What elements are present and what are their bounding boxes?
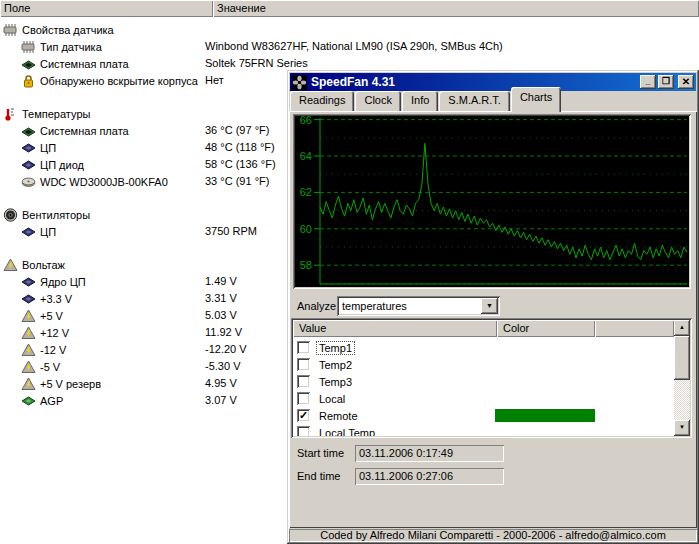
scroll-up-icon[interactable]: ▲ [674, 320, 690, 336]
column-header-field[interactable]: Поле [0, 0, 213, 17]
sensor-value: 5.03 V [205, 309, 237, 321]
list-item-label[interactable]: Temp1 [317, 342, 354, 354]
value-list-rows: Temp1Temp2Temp3Local✓RemoteLocal Temp [293, 337, 674, 436]
sensor-value: Winbond W83627HF, National LM90 (ISA 290… [205, 40, 503, 52]
list-item[interactable]: Local Temp [293, 424, 674, 436]
tab-bar: ReadingsClockInfoS.M.A.R.T.Charts [290, 91, 696, 112]
voltage-icon [21, 343, 37, 357]
checkbox[interactable] [297, 426, 310, 436]
cpu-icon [21, 158, 37, 172]
checkbox[interactable] [297, 341, 310, 354]
analyze-selected-value: temperatures [342, 300, 407, 312]
sensor-field-label: +3.3 V [40, 293, 72, 305]
cpu-icon [21, 292, 37, 306]
voltage-icon [21, 309, 37, 323]
sensor-value: 58 °C (136 °F) [205, 158, 276, 170]
value-list: Value Color Temp1Temp2Temp3Local✓RemoteL… [291, 318, 692, 438]
sensor-value: -12.20 V [205, 343, 247, 355]
svg-text:58: 58 [300, 259, 312, 271]
sensor-field-label: Тип датчика [40, 41, 102, 53]
checkbox[interactable]: ✓ [297, 409, 310, 422]
svg-text:66: 66 [300, 116, 312, 126]
motherboard-icon [21, 124, 37, 138]
sensor-panel-header: Поле Значение [0, 0, 699, 17]
sensor-value: Нет [205, 74, 224, 86]
sensor-field-label: WDC WD3000JB-00KFA0 [40, 176, 168, 188]
scroll-down-icon[interactable]: ▼ [674, 420, 690, 436]
start-time-label: Start time [297, 447, 344, 459]
sensor-value: 1.49 V [205, 275, 237, 287]
sensor-value: Soltek 75FRN Series [205, 57, 308, 69]
temperature-chart-frame: 5860626466 [293, 114, 691, 289]
sensor-field-label: +12 V [40, 327, 69, 339]
sensor-field-label: -5 V [40, 361, 60, 373]
checkbox[interactable] [297, 375, 310, 388]
analyze-label: Analyze [297, 300, 336, 312]
checkbox[interactable] [297, 358, 310, 371]
column-header-value[interactable]: Значение [213, 0, 699, 17]
chip-icon [21, 40, 37, 54]
sensor-field-label: Системная плата [40, 125, 129, 137]
column-header-color[interactable]: Color [497, 320, 595, 337]
sensor-field-label: ЦП диод [40, 159, 84, 171]
list-item[interactable]: Local [293, 390, 674, 407]
sensor-field-label: Вентиляторы [22, 209, 90, 221]
close-button[interactable]: ✕ [678, 75, 694, 89]
agp-icon [21, 394, 37, 408]
list-item-label[interactable]: Temp3 [317, 376, 354, 388]
list-item[interactable]: ✓Remote [293, 407, 674, 424]
list-item[interactable]: Temp1 [293, 339, 674, 356]
svg-text:64: 64 [300, 150, 312, 162]
list-item-label[interactable]: Local Temp [317, 427, 377, 437]
voltage-icon [21, 360, 37, 374]
sensor-field-label: Температуры [22, 108, 90, 120]
tab-info[interactable]: Info [402, 91, 438, 112]
voltage-icon [3, 258, 19, 272]
sensor-field-label: -12 V [40, 344, 66, 356]
list-item[interactable]: Temp2 [293, 356, 674, 373]
end-time-label: End time [297, 470, 340, 482]
list-item-label[interactable]: Remote [317, 410, 360, 422]
series-color-swatch[interactable] [495, 409, 595, 422]
tab-charts[interactable]: Charts [511, 87, 561, 112]
minimize-button[interactable]: _ [640, 75, 656, 89]
column-header-empty[interactable] [595, 320, 674, 337]
chevron-down-icon[interactable]: ▼ [481, 298, 498, 314]
start-time-field: 03.11.2006 0:17:49 [355, 445, 504, 462]
tab-clock[interactable]: Clock [355, 91, 401, 112]
sensor-row[interactable]: Свойства датчика [0, 21, 699, 38]
thermometer-icon [3, 107, 19, 121]
sensor-field-label: Обнаружено вскрытие корпуса [40, 75, 198, 87]
sensor-value: 33 °C (91 °F) [205, 175, 269, 187]
column-header-value-name[interactable]: Value [293, 320, 497, 337]
sensor-value: -5.30 V [205, 360, 240, 372]
sensor-field-label: Свойства датчика [22, 24, 114, 36]
temperature-chart: 5860626466 [295, 116, 689, 287]
analyze-dropdown[interactable]: temperatures ▼ [337, 296, 500, 316]
value-list-header: Value Color [293, 320, 674, 337]
list-item-label[interactable]: Temp2 [317, 359, 354, 371]
svg-text:60: 60 [300, 223, 312, 235]
checkbox[interactable] [297, 392, 310, 405]
sensor-row[interactable]: Тип датчикаWinbond W83627HF, National LM… [0, 38, 699, 55]
sensor-value: 11.92 V [205, 326, 242, 338]
tab-smart[interactable]: S.M.A.R.T. [439, 91, 510, 112]
tab-readings[interactable]: Readings [290, 91, 354, 112]
sensor-field-label: Вольтаж [22, 259, 65, 271]
sensor-field-label: Системная плата [40, 58, 129, 70]
sensor-field-label: +5 V [40, 310, 63, 322]
list-item-label[interactable]: Local [317, 393, 347, 405]
scrollbar-thumb[interactable] [674, 336, 690, 380]
vertical-scrollbar[interactable]: ▲ ▼ [674, 320, 690, 436]
speedfan-titlebar[interactable]: SpeedFan 4.31 _ ❐ ✕ [290, 73, 696, 91]
status-bar: Coded by Alfredo Milani Comparetti - 200… [289, 529, 697, 542]
sensor-value: 48 °C (118 °F) [205, 141, 275, 153]
cpu-icon [21, 225, 37, 239]
maximize-button[interactable]: ❐ [658, 75, 674, 89]
lock-icon [21, 74, 37, 88]
sensor-value: 3.31 V [205, 292, 237, 304]
sensor-value: 4.95 V [205, 377, 237, 389]
sensor-value: 3750 RPM [205, 225, 257, 237]
cpu-icon [21, 141, 37, 155]
list-item[interactable]: Temp3 [293, 373, 674, 390]
